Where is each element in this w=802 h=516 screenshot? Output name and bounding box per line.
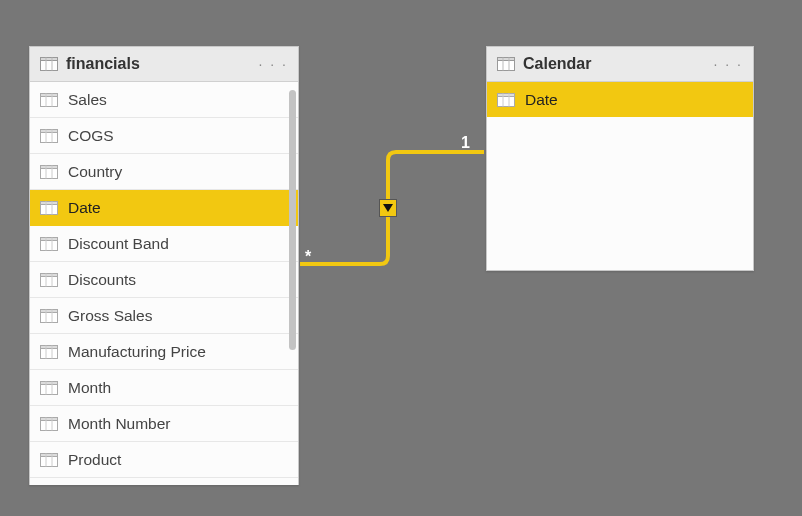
fields-list-financials: SalesCOGSCountryDateDiscount BandDiscoun… xyxy=(30,82,298,485)
field-label: Discount Band xyxy=(68,235,169,253)
svg-rect-42 xyxy=(41,417,58,420)
svg-rect-58 xyxy=(498,93,515,96)
svg-rect-26 xyxy=(41,273,58,276)
table-card-calendar[interactable]: Calendar · · · Date xyxy=(486,46,754,271)
column-icon xyxy=(40,165,58,179)
svg-rect-38 xyxy=(41,381,58,384)
field-label: Gross Sales xyxy=(68,307,152,325)
field-label: Sales xyxy=(68,91,107,109)
field-row[interactable]: Date xyxy=(30,190,298,226)
field-row[interactable]: Sales xyxy=(30,82,298,118)
field-row[interactable]: Profit xyxy=(30,478,298,485)
svg-rect-2 xyxy=(41,58,58,61)
table-icon xyxy=(497,57,515,71)
table-header-calendar[interactable]: Calendar · · · xyxy=(487,47,753,82)
svg-rect-34 xyxy=(41,345,58,348)
svg-rect-18 xyxy=(41,201,58,204)
column-icon xyxy=(40,273,58,287)
filter-direction-indicator xyxy=(379,199,397,217)
field-row[interactable]: COGS xyxy=(30,118,298,154)
field-row[interactable]: Discounts xyxy=(30,262,298,298)
column-icon xyxy=(40,381,58,395)
table-icon xyxy=(40,57,58,71)
table-title: financials xyxy=(66,55,140,73)
field-row[interactable]: Discount Band xyxy=(30,226,298,262)
svg-rect-54 xyxy=(498,58,515,61)
svg-marker-0 xyxy=(383,204,393,212)
svg-rect-46 xyxy=(41,453,58,456)
table-title: Calendar xyxy=(523,55,591,73)
field-label: COGS xyxy=(68,127,114,145)
svg-rect-22 xyxy=(41,237,58,240)
column-icon xyxy=(497,93,515,107)
field-label: Date xyxy=(525,91,558,109)
field-label: Country xyxy=(68,163,122,181)
field-label: Month xyxy=(68,379,111,397)
column-icon xyxy=(40,237,58,251)
svg-rect-30 xyxy=(41,309,58,312)
field-label: Month Number xyxy=(68,415,171,433)
field-label: Date xyxy=(68,199,101,217)
svg-rect-14 xyxy=(41,165,58,168)
fields-list-calendar: Date xyxy=(487,82,753,271)
column-icon xyxy=(40,345,58,359)
column-icon xyxy=(40,453,58,467)
table-header-financials[interactable]: financials · · · xyxy=(30,47,298,82)
field-row[interactable]: Manufacturing Price xyxy=(30,334,298,370)
more-options-icon[interactable]: · · · xyxy=(259,57,288,71)
more-options-icon[interactable]: · · · xyxy=(714,57,743,71)
field-row[interactable]: Country xyxy=(30,154,298,190)
field-label: Manufacturing Price xyxy=(68,343,206,361)
field-row[interactable]: Date xyxy=(487,82,753,117)
table-card-financials[interactable]: financials · · · SalesCOGSCountryDateDis… xyxy=(29,46,299,485)
svg-rect-6 xyxy=(41,93,58,96)
field-label: Product xyxy=(68,451,121,469)
cardinality-many-label: * xyxy=(305,248,311,266)
field-label: Discounts xyxy=(68,271,136,289)
field-row[interactable]: Product xyxy=(30,442,298,478)
field-row[interactable]: Gross Sales xyxy=(30,298,298,334)
field-row[interactable]: Month xyxy=(30,370,298,406)
svg-rect-10 xyxy=(41,129,58,132)
column-icon xyxy=(40,309,58,323)
column-icon xyxy=(40,417,58,431)
column-icon xyxy=(40,201,58,215)
column-icon xyxy=(40,93,58,107)
field-row[interactable]: Month Number xyxy=(30,406,298,442)
column-icon xyxy=(40,129,58,143)
cardinality-one-label: 1 xyxy=(461,134,470,152)
scrollbar[interactable] xyxy=(289,90,296,350)
